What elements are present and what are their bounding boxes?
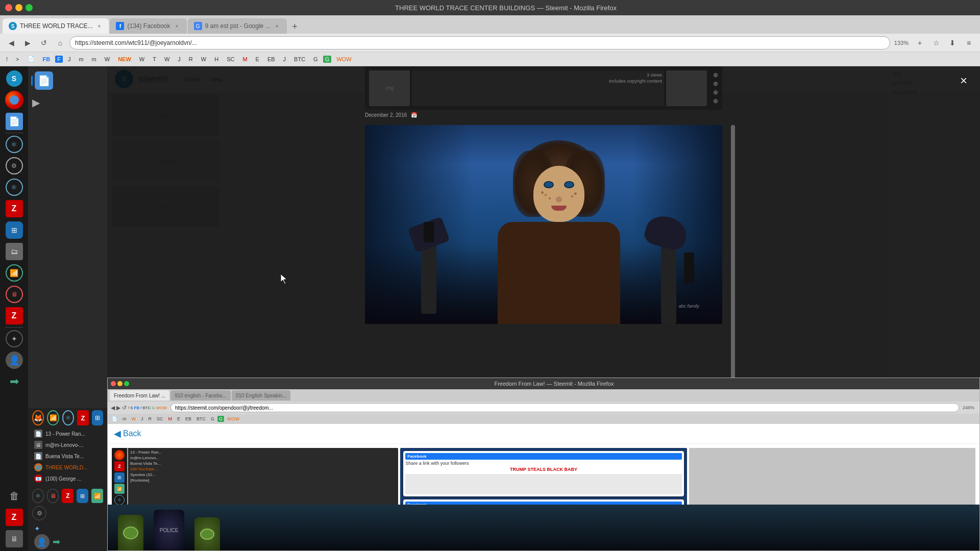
thumb-ctrl-2[interactable]: ⊕ (713, 80, 718, 87)
minimize-button[interactable] (15, 4, 22, 11)
dock-icon-notes[interactable]: 📄 (4, 111, 24, 132)
inner-bm-g2[interactable]: G (217, 416, 224, 422)
refresh-button[interactable]: ↺ (37, 36, 51, 50)
bookmark-m3[interactable]: M (239, 55, 250, 63)
taskbar-entry-3[interactable]: 📄 Buena Vista Te... (32, 451, 103, 461)
inner-back-btn[interactable]: ◀ (111, 405, 115, 411)
dock-icon-firefox[interactable] (4, 90, 24, 110)
taskbar-chevron[interactable]: ▶ (32, 96, 103, 109)
taskbar-entry-1[interactable]: 📄 13 - Power Ran... (32, 429, 103, 439)
inner-bm-btc[interactable]: BTC (194, 416, 208, 422)
bookmark-w4[interactable]: W (198, 55, 209, 63)
dock-icon-discover[interactable]: 🖥 (4, 529, 24, 549)
taskbar-entry-4[interactable]: 🌐 THREE WORLD... (32, 462, 103, 472)
bookmark-new[interactable]: NEW (115, 55, 134, 63)
dock-icon-bluetooth[interactable]: ✦ (4, 329, 24, 349)
close-button[interactable] (5, 4, 12, 11)
bookmark-f[interactable]: F (55, 56, 63, 63)
dock-icon-monitor2[interactable]: 🖥 (4, 284, 24, 305)
bookmark-w3[interactable]: W (161, 55, 173, 63)
inner-bm-g1[interactable]: G (209, 416, 216, 422)
tab-google[interactable]: G 9 am est pst - Google ... × (188, 18, 287, 34)
bookmark-j[interactable]: J (65, 55, 74, 63)
bookmark-files[interactable]: 📄 (24, 55, 38, 63)
bookmark-e[interactable]: E (253, 55, 262, 63)
bookmark-m[interactable]: m (76, 55, 86, 63)
popup-close-button[interactable]: × (955, 72, 972, 89)
url-bar[interactable] (69, 36, 890, 49)
dock-icon-filezilla3[interactable]: Z (4, 507, 24, 528)
dock-icon-trash[interactable]: 🗑 (4, 486, 24, 506)
popup-scroll-thumb[interactable] (731, 125, 735, 381)
back-button[interactable]: ◀ (4, 36, 18, 50)
inner-back-link[interactable]: ◀ Back (108, 424, 979, 444)
home-button[interactable]: ⌂ (53, 36, 67, 50)
bookmark-w2[interactable]: W (136, 55, 148, 63)
thumb-ctrl-4[interactable]: ⊕ (713, 97, 718, 105)
inner-bm-wow[interactable]: WOW (225, 416, 241, 422)
bookmark-arrow[interactable]: > (13, 55, 22, 63)
user-avatar[interactable]: 👤 (34, 534, 50, 549)
inner-tab-english[interactable]: 010 English Speakin... (232, 390, 291, 400)
inner-bm-5[interactable]: R (146, 416, 154, 422)
tray-system-icon[interactable]: ⚙ (32, 506, 46, 520)
facebook-tab-close[interactable]: × (174, 22, 181, 30)
inner-bm-1[interactable]: 📄 (110, 416, 119, 422)
dock-icon-appgrid[interactable]: ⊞ (4, 220, 24, 240)
bookmark-g2[interactable]: G (323, 56, 332, 63)
inner-bm-2[interactable]: m (120, 416, 129, 422)
tray-grid-icon[interactable]: ⊞ (77, 489, 88, 503)
inner-bm-sc[interactable]: SC (155, 416, 165, 422)
bookmark-m2[interactable]: m (89, 55, 100, 63)
zoom-in-button[interactable]: + (913, 36, 927, 50)
inner-min-dot[interactable] (117, 381, 122, 386)
tab-steemit[interactable]: S THREE WORLD TRACE... × (3, 18, 109, 34)
bookmark-sc[interactable]: SC (224, 55, 237, 63)
inner-tab-facebook[interactable]: 910 english - Facebo... (170, 390, 231, 400)
thumb-2[interactable] (666, 70, 707, 106)
forward-button[interactable]: ▶ (20, 36, 35, 50)
menu-button[interactable]: ≡ (962, 36, 976, 50)
bookmark-exclaim[interactable]: ! (3, 55, 11, 63)
tray-monitor-icon[interactable]: 🖥 (47, 489, 59, 503)
taskbar-fz-icon[interactable]: Z (77, 410, 88, 425)
new-tab-button[interactable]: + (288, 19, 302, 34)
google-tab-close[interactable]: × (274, 22, 281, 30)
taskbar-grid-icon[interactable]: ⊞ (92, 410, 103, 425)
dock-icon-wifi[interactable]: 📶 (4, 263, 24, 283)
dock-icon-filezilla2[interactable]: Z (4, 306, 24, 326)
bookmark-eb[interactable]: EB (264, 55, 278, 63)
steemit-tab-close[interactable]: × (95, 22, 103, 30)
inner-tab-freedom[interactable]: Freedom From Law! ... (110, 390, 169, 400)
thumb-ctrl-3[interactable]: ⊕ (713, 89, 718, 96)
inner-max-dot[interactable] (124, 381, 129, 386)
inner-refresh-btn[interactable]: ↺ (122, 405, 127, 411)
bookmark-g1[interactable]: G (310, 55, 321, 63)
bookmark-fb[interactable]: FB (40, 55, 54, 63)
inner-bm-m[interactable]: M (166, 416, 175, 422)
inner-forward-btn[interactable]: ▶ (116, 405, 120, 411)
taskbar-atom-icon[interactable]: ⚛ (62, 410, 74, 425)
tray-fz-icon[interactable]: Z (62, 489, 74, 503)
bookmark-wow[interactable]: WOW (333, 55, 354, 63)
inner-close-dot[interactable] (111, 381, 116, 386)
dock-icon-filezilla[interactable]: Z (4, 198, 24, 219)
inner-url-bar[interactable] (170, 403, 959, 412)
tray-atom-icon[interactable]: ⚛ (32, 489, 44, 503)
bookmark-t[interactable]: T (150, 55, 159, 63)
bookmark-w1[interactable]: W (102, 55, 113, 63)
inner-bm-4[interactable]: J (139, 416, 145, 422)
inner-bm-eb[interactable]: EB (183, 416, 193, 422)
taskbar-entry-5[interactable]: 📧 (100) George ... (32, 473, 103, 484)
taskbar-entry-2[interactable]: 🖥 m@m-Lenovo-... (32, 440, 103, 450)
inner-bm-e[interactable]: E (175, 416, 182, 422)
dock-icon-avatar[interactable]: 👤 (4, 350, 24, 370)
bookmark-h[interactable]: H (211, 55, 222, 63)
downloads-button[interactable]: ⬇ (945, 36, 960, 50)
tray-wifi-icon[interactable]: 📶 (91, 489, 103, 503)
taskbar-firefox-icon[interactable]: 🦊 (32, 410, 44, 425)
dock-icon-monitor[interactable]: ⚙ (4, 156, 24, 176)
bookmark-j2[interactable]: J (175, 55, 184, 63)
dock-icon-atom[interactable]: ⚛ (4, 134, 24, 155)
dock-icon-filemanager[interactable]: 🗂 (4, 241, 24, 262)
